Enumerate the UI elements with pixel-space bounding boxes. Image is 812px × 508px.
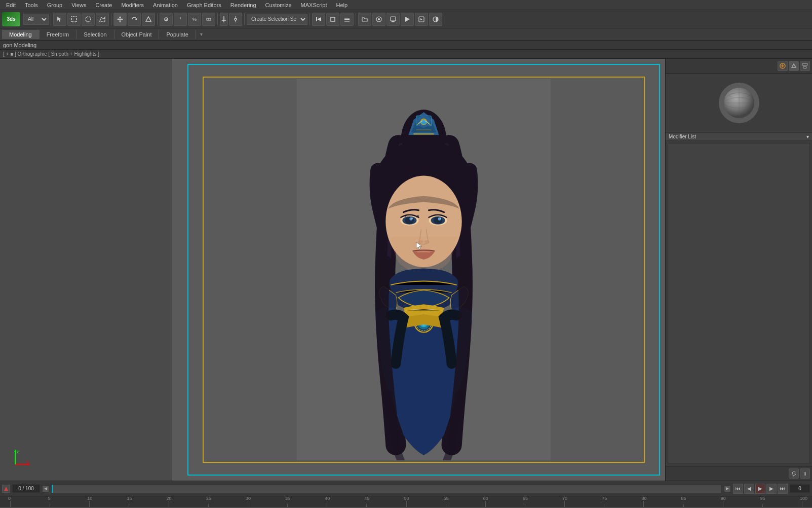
- svg-rect-1: [71, 17, 76, 22]
- svg-point-2: [86, 17, 91, 22]
- next-frame-btn[interactable]: ▶: [766, 484, 777, 494]
- render-setup-btn[interactable]: [386, 13, 400, 26]
- rp-bottom-controls: ⏸: [666, 466, 812, 481]
- menu-animation[interactable]: Animation: [149, 1, 182, 9]
- percent-snap-btn[interactable]: %: [188, 13, 201, 26]
- svg-marker-34: [420, 18, 422, 20]
- svg-point-55: [434, 217, 443, 224]
- menu-rendering[interactable]: Rendering: [226, 1, 260, 9]
- play-btn[interactable]: ▶: [755, 484, 765, 494]
- ruler-label: 10: [87, 496, 92, 501]
- rectangular-select-btn[interactable]: [67, 13, 81, 26]
- menu-group[interactable]: Group: [43, 1, 67, 9]
- svg-rect-26: [344, 21, 350, 22]
- go-to-end-btn[interactable]: ⏭: [778, 484, 788, 494]
- auto-key-btn[interactable]: [2, 485, 10, 493]
- polygon-modeling-label: gon Modeling: [0, 41, 812, 50]
- ruler-label: 80: [641, 496, 646, 501]
- ruler-tick: [525, 504, 525, 507]
- menu-edit[interactable]: Edit: [2, 1, 20, 9]
- menu-graph-editors[interactable]: Graph Editors: [183, 1, 225, 9]
- select-object-btn[interactable]: [53, 13, 66, 26]
- separator-3: [157, 13, 158, 25]
- svg-rect-25: [344, 19, 350, 20]
- timeline-bar: 0 / 100 ◀ ▶ ⏮ ◀ ▶ ▶ ⏭ 0: [0, 481, 812, 496]
- right-panel: Modifier List ▾ ⏸: [665, 59, 812, 481]
- menu-modifiers[interactable]: Modifiers: [117, 1, 148, 9]
- ruler-tick: [446, 504, 446, 507]
- menu-help[interactable]: Help: [332, 1, 352, 9]
- render-frame-btn[interactable]: [415, 13, 428, 26]
- reference-coord-btn[interactable]: [220, 13, 228, 26]
- activeShade-btn[interactable]: [429, 13, 442, 26]
- ruler-tick: [327, 501, 327, 507]
- select-rotate-btn[interactable]: [128, 13, 141, 26]
- svg-marker-11: [146, 17, 151, 21]
- hierarchy-icon-btn[interactable]: [800, 61, 810, 71]
- svg-rect-70: [802, 63, 807, 65]
- view-tools-btn[interactable]: [326, 13, 339, 26]
- tab-freeform[interactable]: Freeform: [40, 30, 77, 39]
- spinner-snap-btn[interactable]: [202, 13, 215, 26]
- frame-counter: 0 / 100: [12, 484, 40, 493]
- open-btn[interactable]: [358, 13, 371, 26]
- modifier-list-label[interactable]: Modifier List: [669, 134, 696, 139]
- ruler-label: 0: [8, 496, 11, 501]
- viewport[interactable]: [172, 59, 665, 481]
- svg-rect-21: [316, 17, 317, 21]
- menu-create[interactable]: Create: [91, 1, 116, 9]
- menu-customize[interactable]: Customize: [261, 1, 296, 9]
- svg-rect-24: [344, 18, 350, 19]
- go-to-start-btn[interactable]: ⏮: [733, 484, 743, 494]
- create-selection-set-dropdown[interactable]: Create Selection Se: [247, 14, 307, 25]
- svg-point-52: [411, 217, 413, 219]
- modify-icon-btn[interactable]: [789, 61, 799, 71]
- ruler-tick: [208, 504, 209, 507]
- tab-extra[interactable]: ▾: [196, 30, 207, 39]
- timeline-scrubber[interactable]: [51, 484, 722, 493]
- modifier-list-dropdown-icon[interactable]: ▾: [806, 134, 809, 139]
- tab-modeling[interactable]: Modeling: [2, 30, 40, 39]
- menu-views[interactable]: Views: [67, 1, 90, 9]
- timeline-left-arrow[interactable]: ◀: [42, 485, 49, 492]
- angle-snap-btn[interactable]: °: [174, 13, 187, 26]
- ruler-tick: [762, 504, 763, 507]
- circular-select-btn[interactable]: [82, 13, 95, 26]
- separator-6: [310, 13, 310, 25]
- pin-btn[interactable]: [789, 468, 799, 479]
- render-btn[interactable]: [401, 13, 414, 26]
- viewport-info-text: [ + ■ ] Orthographic [ Smooth + Highligh…: [3, 51, 99, 57]
- tab-selection[interactable]: Selection: [76, 30, 114, 39]
- ruler-label: 65: [523, 496, 528, 501]
- ruler-label: 50: [404, 496, 409, 501]
- ruler-tick: [50, 504, 50, 507]
- select-filter-dropdown[interactable]: All: [23, 14, 49, 25]
- pause-anim-btn[interactable]: ⏸: [800, 468, 810, 479]
- skip-to-start-btn[interactable]: [312, 13, 325, 26]
- svg-marker-9: [122, 18, 123, 20]
- ruler-tick: [287, 504, 288, 507]
- tab-object-paint[interactable]: Object Paint: [114, 30, 160, 39]
- ruler-label: 70: [562, 496, 567, 501]
- select-scale-btn[interactable]: [142, 13, 155, 26]
- fence-select-btn[interactable]: [96, 13, 109, 26]
- prev-frame-btn[interactable]: ◀: [744, 484, 754, 494]
- ruler-tick: [169, 501, 169, 507]
- ruler-label: 35: [285, 496, 290, 501]
- material-editor-btn[interactable]: [372, 13, 385, 26]
- menu-tools[interactable]: Tools: [21, 1, 42, 9]
- ruler-label: 85: [681, 496, 686, 501]
- right-panel-icons: [666, 59, 812, 74]
- align-btn[interactable]: [340, 13, 354, 26]
- pivot-btn[interactable]: [229, 13, 242, 26]
- modifier-list-area: [668, 143, 810, 464]
- svg-marker-3: [100, 17, 105, 21]
- tab-populate[interactable]: Populate: [159, 30, 196, 39]
- create-icon-btn[interactable]: [778, 61, 788, 71]
- current-frame-input[interactable]: 0: [790, 484, 810, 493]
- snap-toggle-btn[interactable]: [160, 13, 173, 26]
- menu-maxscript[interactable]: MAXScript: [297, 1, 331, 9]
- tabs-bar: Modeling Freeform Selection Object Paint…: [0, 28, 812, 41]
- select-move-btn[interactable]: [113, 13, 127, 26]
- timeline-right-arrow[interactable]: ▶: [724, 485, 731, 492]
